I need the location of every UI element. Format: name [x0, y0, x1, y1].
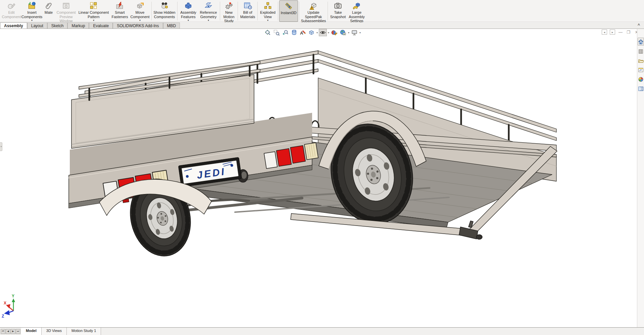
bottom-tab-model[interactable]: Model: [21, 328, 42, 335]
display-style-button[interactable]: [307, 29, 315, 36]
view-palette-button[interactable]: [638, 66, 644, 74]
view-settings-monitor-icon: [351, 29, 358, 36]
component-preview-window-icon: [62, 1, 70, 10]
trailer-scene: JEDI: [0, 29, 644, 327]
ribbon-separator: [238, 2, 238, 20]
dropdown-arrow-icon[interactable]: ▾: [31, 19, 33, 22]
pane-collapse-right-button[interactable]: ▸: [610, 30, 615, 35]
ribbon-separator: [299, 2, 299, 20]
solidworks-resources-home-button[interactable]: [638, 38, 644, 46]
display-style-dropdown-arrow[interactable]: ▾: [316, 31, 318, 34]
ribbon-separator: [177, 2, 178, 20]
annotation-views-icon: A: [299, 29, 306, 36]
zoom-to-fit-button[interactable]: [264, 29, 272, 36]
zoom-to-area-icon: [273, 29, 280, 36]
dropdown-arrow-icon[interactable]: ▾: [267, 19, 268, 22]
edit-component-icon: [7, 1, 16, 10]
hide-show-items-button[interactable]: [319, 29, 327, 36]
tab-layout[interactable]: Layout: [27, 22, 47, 29]
bottom-tab-motion-study-1[interactable]: Motion Study 1: [67, 328, 101, 335]
ribbon-separator: [257, 2, 258, 20]
ribbon-button-label: Bill of Materials: [240, 10, 256, 19]
ribbon-button-edit-component[interactable]: Edit Component: [1, 0, 21, 22]
file-explorer-button[interactable]: [638, 56, 644, 64]
dropdown-arrow-icon[interactable]: ▾: [188, 19, 189, 22]
tab-sketch[interactable]: Sketch: [47, 22, 68, 29]
view-settings-button[interactable]: [350, 29, 358, 36]
appearances-scenes-button[interactable]: [638, 75, 644, 83]
dropdown-arrow-icon[interactable]: ▾: [93, 19, 94, 22]
previous-tab-nav-icon[interactable]: ◀: [6, 329, 10, 334]
assembly-features-icon: [184, 1, 193, 10]
annotation-views-button[interactable]: A: [299, 29, 307, 36]
ribbon-button-instant3d[interactable]: Instant3D: [279, 0, 298, 22]
dropdown-arrow-icon[interactable]: ▾: [139, 19, 141, 22]
first-tab-nav-icon[interactable]: ⏮: [1, 329, 5, 334]
tab-markup[interactable]: Markup: [67, 22, 89, 29]
graphics-viewport[interactable]: JEDI: [0, 29, 644, 327]
collapse-ribbon-chevron-icon[interactable]: ^: [638, 23, 640, 28]
ribbon-button-exploded-view[interactable]: Exploded View ▾: [259, 0, 277, 22]
tab-mbd[interactable]: MBD: [163, 22, 180, 29]
apply-scene-globe-icon: [340, 29, 346, 36]
ribbon-button-label: Large Assembly Settings: [348, 10, 366, 23]
dropdown-arrow-icon[interactable]: ▾: [208, 19, 209, 22]
ribbon-button-label: Update SpeedPak Subassemblies: [301, 10, 326, 23]
ribbon-button-component-preview-window[interactable]: Component Preview Window: [55, 0, 77, 22]
ribbon-button-linear-component-pattern[interactable]: Linear Component Pattern ▾: [77, 0, 110, 22]
ribbon-button-bill-of-materials[interactable]: Bill of Materials: [239, 0, 256, 22]
edit-appearance-button[interactable]: [330, 29, 338, 36]
take-snapshot-camera-icon: [334, 1, 342, 10]
bill-of-materials-icon: [243, 1, 252, 10]
show-hidden-components-icon: [160, 1, 169, 10]
tab-solidworks-add-ins[interactable]: SOLIDWORKS Add-Ins: [113, 22, 163, 29]
minimize-button[interactable]: —: [618, 30, 623, 35]
bottom-tab-3d-views[interactable]: 3D Views: [42, 328, 67, 335]
solidworks-window: Edit Component Insert Components ▾ Mate …: [0, 0, 644, 335]
command-tab-row: Assembly Layout Sketch Markup Evaluate S…: [0, 22, 644, 29]
zoom-to-area-button[interactable]: [273, 29, 281, 36]
move-component-icon: [136, 1, 144, 10]
ribbon-button-label: Edit Component: [2, 10, 21, 19]
ribbon-button-mate[interactable]: Mate: [42, 0, 55, 22]
custom-properties-button[interactable]: [638, 85, 644, 93]
triad-y-label: Y: [12, 294, 14, 298]
insert-components-icon: [28, 1, 36, 10]
ribbon-separator: [151, 2, 152, 20]
exploded-view-icon: [263, 1, 272, 10]
apply-scene-button[interactable]: [339, 29, 347, 36]
task-pane-strip: [637, 29, 644, 327]
tab-assembly[interactable]: Assembly: [0, 22, 27, 29]
view-settings-dropdown-arrow[interactable]: ▾: [359, 31, 361, 34]
ribbon-button-label: Linear Component Pattern: [78, 10, 109, 19]
ribbon-button-reference-geometry[interactable]: Reference Geometry ▾: [198, 0, 219, 22]
last-tab-nav-icon[interactable]: ⏭: [16, 329, 20, 334]
instant3d-icon: [284, 2, 293, 10]
ribbon-button-label: Insert Components: [21, 10, 42, 19]
trailer-model[interactable]: JEDI: [69, 51, 557, 262]
ribbon-button-insert-components[interactable]: Insert Components ▾: [21, 0, 42, 22]
ribbon-button-large-assembly-settings[interactable]: Large Assembly Settings: [347, 0, 366, 22]
section-view-button[interactable]: [290, 29, 298, 36]
heads-up-view-toolbar: A ▾ ▾ ▾ ▾: [264, 29, 361, 36]
reference-geometry-icon: [204, 1, 213, 10]
hide-show-items-dropdown-arrow[interactable]: ▾: [328, 31, 329, 34]
tab-navigation-buttons: ⏮ ◀ ▶ ⏭: [0, 328, 21, 335]
ribbon-button-move-component[interactable]: Move Component ▾: [130, 0, 150, 22]
apply-scene-dropdown-arrow[interactable]: ▾: [348, 31, 349, 34]
previous-view-button[interactable]: [281, 29, 289, 36]
restore-button[interactable]: ❐: [626, 30, 631, 35]
next-tab-nav-icon[interactable]: ▶: [11, 329, 15, 334]
eye-icon: [319, 29, 326, 36]
ribbon-button-take-snapshot[interactable]: Take Snapshot: [329, 0, 347, 22]
ribbon-separator: [278, 2, 278, 20]
collapsed-panel-tab[interactable]: [0, 142, 2, 151]
design-library-button[interactable]: [638, 47, 644, 55]
tab-evaluate[interactable]: Evaluate: [89, 22, 113, 29]
ribbon-button-show-hidden-components[interactable]: Show Hidden Components: [153, 0, 176, 22]
ribbon-button-smart-fasteners[interactable]: Smart Fasteners: [110, 0, 130, 22]
ribbon-button-new-motion-study[interactable]: New Motion Study: [221, 0, 237, 22]
pane-collapse-left-button[interactable]: ◂: [602, 30, 607, 35]
ribbon-button-update-speedpak-subassemblies[interactable]: Update SpeedPak Subassemblies: [300, 0, 327, 22]
ribbon-button-assembly-features[interactable]: Assembly Features ▾: [179, 0, 198, 22]
